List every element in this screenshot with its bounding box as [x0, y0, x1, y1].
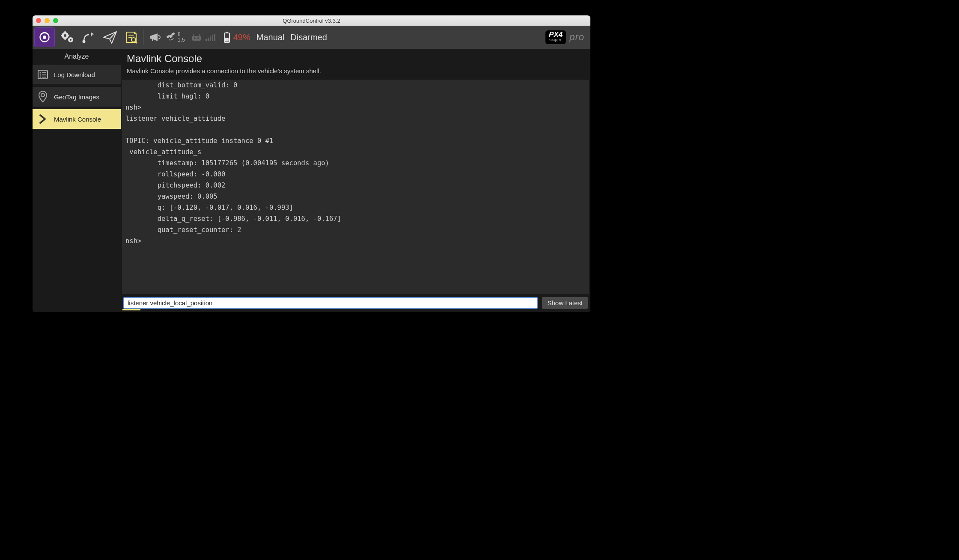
svg-point-21 [197, 37, 199, 39]
svg-rect-26 [225, 38, 229, 42]
gps-hdop: 1.5 [178, 37, 185, 43]
flight-mode[interactable]: Manual [256, 33, 285, 42]
pro-label: pro [569, 32, 584, 43]
svg-point-32 [40, 77, 41, 78]
svg-rect-4 [65, 31, 66, 33]
svg-point-20 [194, 37, 196, 39]
signal-bars-icon [206, 33, 215, 41]
svg-point-28 [40, 72, 41, 74]
sidebar-item-log-download[interactable]: Log Download [33, 65, 121, 84]
svg-line-22 [193, 34, 194, 36]
analyze-button[interactable] [121, 26, 142, 49]
battery-percent: 49% [233, 33, 250, 42]
sidebar-item-label: GeoTag Images [54, 93, 99, 101]
page-title: Mavlink Console [127, 53, 584, 65]
svg-rect-25 [226, 32, 228, 33]
fly-button[interactable] [99, 26, 121, 49]
megaphone-icon [149, 32, 161, 43]
gps-status[interactable]: 8 1.5 [165, 31, 185, 43]
analyze-icon [124, 30, 139, 44]
svg-line-15 [135, 42, 137, 43]
page-subtitle: Mavlink Console provides a connection to… [127, 67, 584, 74]
svg-point-30 [40, 74, 41, 76]
svg-text:B: B [92, 33, 95, 37]
satellite-icon [165, 31, 177, 43]
analyze-sidebar: Analyze Log Download [33, 49, 121, 312]
telemetry-status[interactable] [191, 33, 215, 42]
svg-point-1 [43, 36, 46, 39]
battery-status[interactable]: 49% [223, 31, 250, 43]
app-logo-button[interactable] [34, 27, 55, 47]
waypoint-icon: B [81, 30, 96, 44]
svg-rect-7 [68, 35, 69, 36]
svg-rect-5 [65, 38, 66, 40]
list-icon [37, 69, 49, 80]
sidebar-item-label: Mavlink Console [54, 116, 101, 123]
svg-rect-19 [192, 36, 201, 41]
titlebar: QGroundControl v3.3.2 [33, 15, 590, 26]
arm-status[interactable]: Disarmed [290, 33, 327, 42]
paper-plane-icon [102, 30, 118, 44]
qgc-logo-icon [39, 31, 51, 43]
rc-icon [191, 33, 202, 42]
gears-icon [60, 31, 74, 44]
main-header: Mavlink Console Mavlink Console provides… [121, 49, 590, 77]
sidebar-title: Analyze [33, 49, 121, 65]
messages-button[interactable] [146, 26, 164, 49]
map-pin-icon [37, 90, 48, 103]
sidebar-item-label: Log Download [54, 71, 95, 78]
show-latest-button[interactable]: Show Latest [542, 297, 588, 309]
svg-rect-6 [61, 35, 63, 36]
svg-point-14 [131, 38, 136, 42]
zoom-window-button[interactable] [53, 18, 58, 23]
plan-button[interactable]: B [78, 26, 99, 49]
sidebar-item-mavlink-console[interactable]: Mavlink Console [33, 109, 121, 129]
sidebar-item-geotag-images[interactable]: GeoTag Images [33, 87, 121, 107]
close-window-button[interactable] [36, 18, 41, 23]
px4-badge-icon: PX4autopilot [545, 30, 566, 44]
svg-point-9 [70, 39, 71, 41]
settings-button[interactable] [57, 26, 78, 49]
battery-icon [223, 31, 231, 43]
content-area: Analyze Log Download [33, 49, 590, 312]
command-input[interactable] [123, 297, 538, 309]
window-controls [36, 18, 58, 23]
app-window: QGroundControl v3.3.2 [33, 15, 590, 312]
chevron-right-icon [39, 114, 47, 124]
toolbar-separator [143, 30, 143, 45]
brand-logo: PX4autopilot pro [545, 30, 584, 44]
minimize-window-button[interactable] [45, 18, 50, 23]
main-panel: Mavlink Console Mavlink Console provides… [121, 49, 590, 312]
main-toolbar: B [33, 26, 590, 49]
svg-line-23 [199, 34, 200, 36]
console-output[interactable]: dist_bottom_valid: 0 limit_hagl: 0 nsh> … [122, 80, 589, 294]
gps-readout: 8 1.5 [178, 32, 185, 43]
svg-point-3 [64, 34, 66, 37]
window-title: QGroundControl v3.3.2 [33, 18, 590, 24]
command-bar: Show Latest [121, 294, 590, 312]
svg-point-10 [83, 40, 86, 43]
svg-rect-17 [171, 32, 175, 36]
svg-point-34 [41, 93, 45, 97]
